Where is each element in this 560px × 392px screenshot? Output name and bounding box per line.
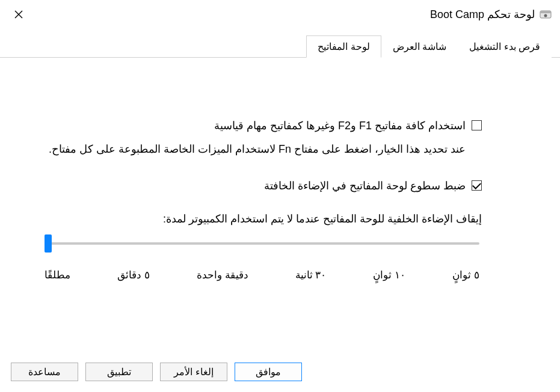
titlebar: لوحة تحكم Boot Camp: [0, 0, 560, 26]
tab-content: استخدام كافة مفاتيح F1 وF2 وغيرها كمفاتي…: [0, 58, 560, 355]
window-title: لوحة تحكم Boot Camp: [430, 8, 535, 21]
svg-rect-3: [540, 11, 551, 13]
close-button[interactable]: [8, 6, 29, 23]
backlight-option: ضبط سطوع لوحة المفاتيح في الإضاءة الخافت…: [42, 178, 482, 194]
button-row: مساعدة تطبيق إلغاء الأمر موافق: [0, 355, 560, 392]
slider-track[interactable]: [45, 242, 479, 245]
tick-1m: دقيقة واحدة: [197, 269, 248, 281]
window-root: لوحة تحكم Boot Camp قرص بدء التشغيل شاشة…: [0, 0, 560, 392]
backlight-label: ضبط سطوع لوحة المفاتيح في الإضاءة الخافت…: [264, 178, 466, 194]
slider-ticks: ٥ ثوانٍ ١٠ ثوانٍ ٣٠ ثانية دقيقة واحدة ٥ …: [45, 269, 479, 281]
tabs-row: قرص بدء التشغيل شاشة العرض لوحة المفاتيح: [0, 35, 560, 58]
tick-30s: ٣٠ ثانية: [295, 269, 327, 281]
close-icon: [14, 10, 23, 19]
tick-never: مطلقًا: [45, 269, 70, 281]
slider-thumb[interactable]: [45, 234, 52, 253]
content-inner: استخدام كافة مفاتيح F1 وF2 وغيرها كمفاتي…: [42, 82, 482, 281]
slider-label: إيقاف الإضاءة الخلفية للوحة المفاتيح عند…: [42, 212, 482, 225]
fn-keys-checkbox[interactable]: [472, 120, 482, 130]
svg-point-4: [544, 14, 547, 17]
titlebar-title-group: لوحة تحكم Boot Camp: [430, 8, 552, 21]
fn-keys-label: استخدام كافة مفاتيح F1 وF2 وغيرها كمفاتي…: [214, 118, 466, 134]
slider-container: ٥ ثوانٍ ١٠ ثوانٍ ٣٠ ثانية دقيقة واحدة ٥ …: [45, 242, 479, 281]
fn-keys-option: استخدام كافة مفاتيح F1 وF2 وغيرها كمفاتي…: [42, 118, 482, 134]
tab-keyboard[interactable]: لوحة المفاتيح: [306, 35, 381, 58]
tick-5m: ٥ دقائق: [117, 269, 150, 281]
cancel-button[interactable]: إلغاء الأمر: [160, 363, 227, 381]
tick-5s: ٥ ثوانٍ: [452, 269, 479, 281]
tab-startup-disk[interactable]: قرص بدء التشغيل: [458, 35, 552, 58]
backlight-checkbox[interactable]: [472, 180, 482, 191]
help-button[interactable]: مساعدة: [11, 363, 78, 381]
fn-keys-description: عند تحديد هذا الخيار، اضغط على مفتاح Fn …: [42, 141, 466, 158]
tick-10s: ١٠ ثوانٍ: [373, 269, 405, 281]
tab-display[interactable]: شاشة العرض: [381, 35, 458, 58]
apply-button[interactable]: تطبيق: [85, 363, 153, 381]
ok-button[interactable]: موافق: [235, 363, 302, 381]
app-icon: [540, 8, 552, 20]
